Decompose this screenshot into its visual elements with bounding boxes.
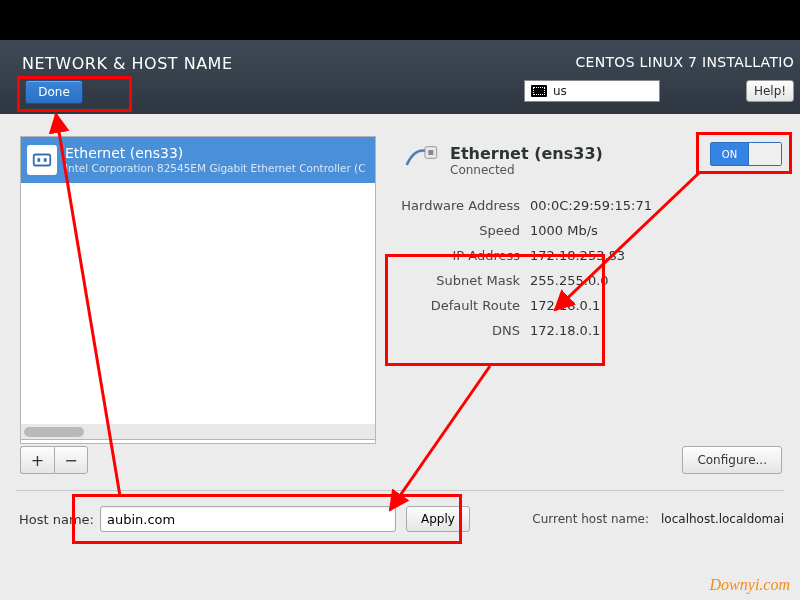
apply-hostname-button[interactable]: Apply <box>406 506 470 532</box>
watermark: Downyi.com <box>710 576 790 594</box>
svg-rect-1 <box>37 158 40 162</box>
current-hostname-label: Current host name: <box>532 512 649 526</box>
installer-window: NETWORK & HOST NAME CENTOS LINUX 7 INSTA… <box>0 0 800 600</box>
top-black-strip <box>0 0 800 40</box>
svg-line-6 <box>390 366 490 510</box>
hw-address-label: Hardware Address <box>400 198 530 213</box>
device-list-scrollbar[interactable] <box>20 424 376 440</box>
detail-status: Connected <box>450 163 603 177</box>
installer-subtitle: CENTOS LINUX 7 INSTALLATIO <box>576 54 795 70</box>
device-desc: Intel Corporation 82545EM Gigabit Ethern… <box>65 162 366 175</box>
device-row-ethernet[interactable]: Ethernet (ens33) Intel Corporation 82545… <box>21 137 375 183</box>
divider <box>16 490 784 491</box>
dns-value: 172.18.0.1 <box>530 323 730 338</box>
keyboard-layout-selector[interactable]: us <box>524 80 660 102</box>
keyboard-layout-value: us <box>553 84 567 98</box>
page-title: NETWORK & HOST NAME <box>22 54 233 73</box>
keyboard-icon <box>531 85 547 97</box>
subnet-mask-value: 255.255.0.0 <box>530 273 730 288</box>
svg-rect-4 <box>428 150 433 155</box>
hostname-row: Host name: Apply Current host name: loca… <box>16 506 784 532</box>
done-button[interactable]: Done <box>25 80 83 104</box>
dns-label: DNS <box>400 323 530 338</box>
ethernet-plug-icon <box>400 140 440 180</box>
device-name: Ethernet (ens33) <box>65 145 366 162</box>
network-device-list[interactable]: Ethernet (ens33) Intel Corporation 82545… <box>20 136 376 444</box>
toggle-off-blank <box>749 143 781 165</box>
remove-device-button[interactable]: − <box>54 446 88 474</box>
toggle-on-label: ON <box>711 143 749 165</box>
svg-rect-2 <box>44 158 47 162</box>
ip-address-label: IP Address <box>400 248 530 263</box>
configure-button[interactable]: Configure... <box>682 446 782 474</box>
hostname-label: Host name: <box>16 512 100 527</box>
detail-properties: Hardware Address 00:0C:29:59:15:71 Speed… <box>400 198 782 338</box>
hw-address-value: 00:0C:29:59:15:71 <box>530 198 730 213</box>
speed-value: 1000 Mb/s <box>530 223 730 238</box>
default-route-label: Default Route <box>400 298 530 313</box>
svg-rect-0 <box>34 155 51 166</box>
detail-title: Ethernet (ens33) <box>450 144 603 163</box>
add-device-button[interactable]: + <box>20 446 54 474</box>
ip-address-value: 172.18.253.83 <box>530 248 730 263</box>
connection-toggle[interactable]: ON <box>710 142 782 166</box>
subnet-mask-label: Subnet Mask <box>400 273 530 288</box>
ethernet-icon <box>27 145 57 175</box>
current-hostname-value: localhost.localdomai <box>661 512 784 526</box>
speed-label: Speed <box>400 223 530 238</box>
help-button[interactable]: Help! <box>746 80 794 102</box>
device-detail-panel: Ethernet (ens33) Connected Hardware Addr… <box>400 140 782 338</box>
hostname-input[interactable] <box>100 506 396 532</box>
default-route-value: 172.18.0.1 <box>530 298 730 313</box>
header-bar: NETWORK & HOST NAME CENTOS LINUX 7 INSTA… <box>0 40 800 114</box>
